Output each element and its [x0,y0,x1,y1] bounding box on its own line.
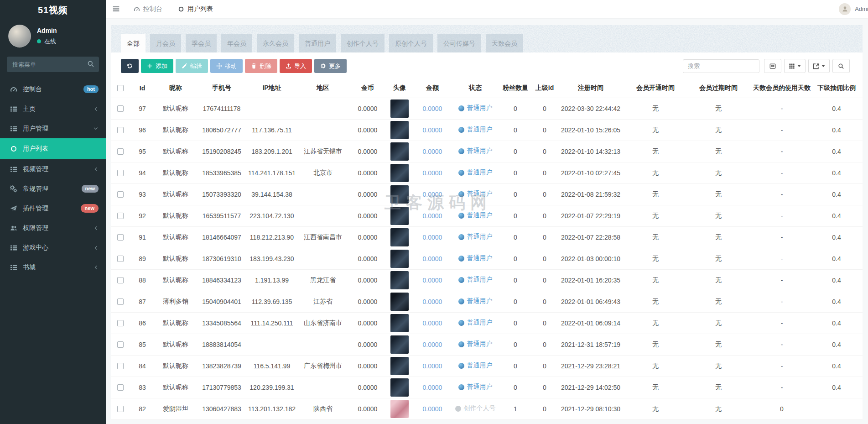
sidebar-item-home[interactable]: 主页 [0,99,106,119]
amount-link[interactable]: 0.0000 [423,234,442,241]
ip-cell [247,98,296,119]
detail-view-button[interactable] [764,59,781,73]
amount-link[interactable]: 0.0000 [423,255,442,262]
filter-tab-7[interactable]: 原创个人号 [389,34,433,52]
checkbox-cell [111,291,130,312]
row-checkbox[interactable] [117,320,124,326]
filter-tab-4[interactable]: 永久会员 [257,34,294,52]
status-icon [458,277,464,283]
row-checkbox[interactable] [117,148,124,155]
amount-link[interactable]: 0.0000 [423,298,442,305]
row-checkbox[interactable] [117,363,124,369]
list-icon [10,244,17,251]
export-button[interactable] [808,59,830,73]
row-checkbox[interactable] [117,406,124,412]
top-navbar: 控制台用户列表 Admin [106,0,868,18]
search-icon[interactable] [87,60,95,68]
reg-time-cell: 2022-01-07 22:28:58 [557,226,624,248]
plus-icon [147,63,153,69]
badge-hot: hot [83,85,99,93]
filter-tab-2[interactable]: 季会员 [186,34,217,52]
row-checkbox[interactable] [117,234,124,241]
sidebar-item-game-center[interactable]: 游戏中心 [0,238,106,257]
amount-link[interactable]: 0.0000 [423,362,442,370]
filter-tab-5[interactable]: 普通用户 [299,34,336,52]
filter-tab-9[interactable]: 天数会员 [486,34,523,52]
row-checkbox[interactable] [117,341,124,348]
search-button[interactable] [832,59,850,73]
sidebar-item-general-mgmt[interactable]: 常规管理new [0,179,106,199]
amount-link[interactable]: 0.0000 [423,405,442,413]
columns-button[interactable] [784,59,806,73]
region-cell: 北京市 [296,162,349,183]
row-checkbox[interactable] [117,191,124,198]
phone-cell: 17674111178 [196,98,247,119]
row-checkbox[interactable] [117,127,124,133]
button-label: 编辑 [190,62,202,70]
button-label: 删除 [260,62,271,70]
row-checkbox[interactable] [117,213,124,219]
filter-tab-8[interactable]: 公司传媒号 [437,34,481,52]
move-button[interactable]: 移动 [210,59,243,73]
reg-time-cell: 2022-01-08 21:59:32 [557,183,624,205]
table-row: 92默认昵称16539511577223.104.72.1300.00000.0… [111,205,863,226]
amount-link[interactable]: 0.0000 [423,212,442,220]
amount-link[interactable]: 0.0000 [423,277,442,284]
status-badge: 普通用户 [458,319,493,327]
nav-console-tab[interactable]: 控制台 [126,0,170,18]
select-all-checkbox[interactable] [117,85,124,91]
ip-cell: 111.14.250.111 [247,312,296,334]
admin-avatar[interactable] [839,3,851,15]
sidebar-item-user-mgmt[interactable]: 用户管理 [0,119,106,138]
sidebar-item-book-city[interactable]: 书城 [0,257,106,277]
filter-tab-3[interactable]: 年会员 [221,34,252,52]
amount-link[interactable]: 0.0000 [423,148,442,155]
row-checkbox[interactable] [117,105,124,112]
users-icon [10,225,17,232]
id-cell: 86 [130,312,155,334]
row-checkbox[interactable] [117,384,124,391]
filter-tab-0[interactable]: 全部 [121,34,146,52]
fans-cell: 0 [499,162,532,183]
rocket-icon [10,205,17,212]
amount-link[interactable]: 0.0000 [423,319,442,327]
amount-link[interactable]: 0.0000 [423,191,442,198]
edit-button[interactable]: 编辑 [176,59,208,73]
vip-open-cell: 无 [624,398,687,419]
add-button[interactable]: 添加 [141,59,173,73]
sidebar-item-video-mgmt[interactable]: 视频管理 [0,159,106,179]
hamburger-icon[interactable] [106,0,126,18]
sidebar-item-console[interactable]: 控制台hot [0,79,106,99]
amount-link[interactable]: 0.0000 [423,105,442,112]
vip-expire-cell: 无 [687,141,750,162]
content: 全部月会员季会员年会员永久会员普通用户创作个人号原创个人号公司传媒号天数会员 添… [106,18,868,424]
sidebar-item-plugin-mgmt[interactable]: 插件管理new [0,199,106,218]
ip-cell: 223.104.72.130 [247,205,296,226]
table-search-input[interactable] [683,59,759,73]
more-button[interactable]: 更多 [314,59,347,73]
status-cell: 创作个人号 [452,398,499,419]
sidebar-search-input[interactable] [7,57,99,72]
coins-cell: 0.0000 [349,398,386,419]
id-cell: 91 [130,226,155,248]
row-checkbox[interactable] [117,170,124,176]
row-checkbox[interactable] [117,298,124,305]
sidebar-item-perm-mgmt[interactable]: 权限管理 [0,218,106,238]
nickname-cell: 爱阴湿坦 [155,398,196,419]
sidebar-item-user-list[interactable]: 用户列表 [0,138,106,159]
amount-link[interactable]: 0.0000 [423,126,442,134]
amount-link[interactable]: 0.0000 [423,384,442,391]
amount-link[interactable]: 0.0000 [423,169,442,177]
nav-user-list-tab[interactable]: 用户列表 [170,0,221,18]
status-badge: 普通用户 [458,233,493,241]
region-cell [296,334,349,355]
amount-link[interactable]: 0.0000 [423,341,442,348]
delete-button[interactable]: 删除 [245,59,277,73]
row-checkbox[interactable] [117,256,124,262]
import-button[interactable]: 导入 [280,59,312,73]
row-checkbox[interactable] [117,277,124,283]
filter-tab-6[interactable]: 创作个人号 [341,34,385,52]
stop-cell [859,312,863,334]
refresh-button[interactable] [121,59,139,73]
filter-tab-1[interactable]: 月会员 [150,34,181,52]
